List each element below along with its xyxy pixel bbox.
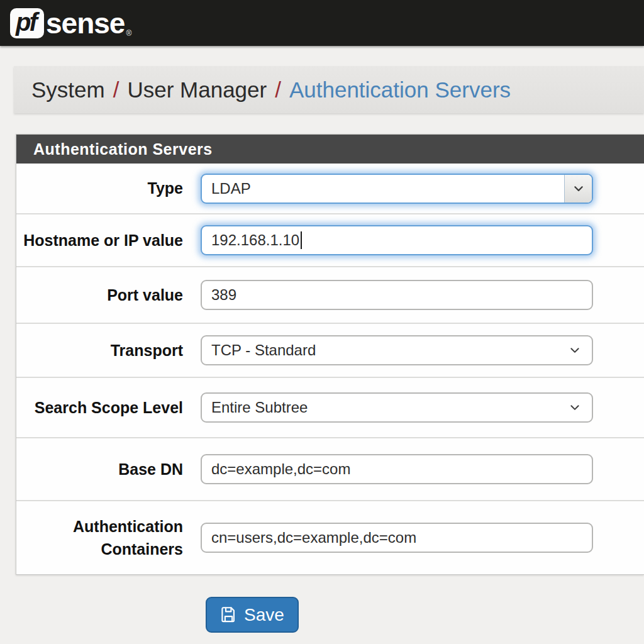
chevron-down-icon	[569, 401, 581, 414]
authentication-containers-label: Authentication Containers	[16, 515, 183, 561]
pfsense-logo[interactable]: pf sense ®	[10, 8, 131, 38]
breadcrumb-separator: /	[113, 77, 119, 103]
top-navbar: pf sense ®	[0, 0, 644, 46]
hostname-input[interactable]: 192.168.1.10	[201, 225, 593, 255]
authentication-servers-panel: Authentication Servers Type LDAP Hostnam…	[16, 134, 644, 575]
search-scope-label: Search Scope Level	[16, 396, 183, 419]
base-dn-input-value: dc=example,dc=com	[211, 460, 350, 478]
save-icon	[220, 606, 237, 623]
hostname-input-value: 192.168.1.10	[211, 231, 299, 249]
form-row-authentication-containers: Authentication Containers cn=users,dc=ex…	[16, 500, 644, 574]
port-input-value: 389	[211, 286, 236, 304]
pfsense-logo-sense: sense	[46, 8, 125, 38]
pfsense-logo-pf: pf	[16, 8, 36, 36]
search-scope-select-value: Entire Subtree	[211, 399, 308, 416]
search-scope-select[interactable]: Entire Subtree	[201, 392, 593, 423]
form-actions: Save	[206, 597, 644, 633]
save-button[interactable]: Save	[206, 597, 299, 633]
save-button-label: Save	[244, 605, 284, 625]
transport-label: Transport	[16, 339, 183, 362]
type-select-value: LDAP	[211, 180, 251, 197]
base-dn-input[interactable]: dc=example,dc=com	[201, 454, 593, 484]
breadcrumb-separator: /	[275, 77, 281, 103]
breadcrumb: System / User Manager / Authentication S…	[14, 66, 644, 113]
authentication-containers-input[interactable]: cn=users,dc=example,dc=com	[201, 523, 593, 553]
chevron-down-icon	[564, 175, 592, 203]
form-row-search-scope: Search Scope Level Entire Subtree	[16, 377, 644, 437]
chevron-down-icon	[569, 344, 581, 357]
form-row-base-dn: Base DN dc=example,dc=com	[16, 437, 644, 500]
form-row-type: Type LDAP	[16, 164, 644, 213]
breadcrumb-user-manager[interactable]: User Manager	[127, 77, 267, 103]
hostname-label: Hostname or IP value	[16, 229, 183, 252]
registered-mark: ®	[126, 28, 131, 38]
breadcrumb-system[interactable]: System	[31, 77, 105, 103]
panel-title: Authentication Servers	[16, 135, 644, 164]
transport-select-value: TCP - Standard	[211, 341, 316, 359]
authentication-containers-input-value: cn=users,dc=example,dc=com	[211, 529, 416, 547]
form-row-hostname: Hostname or IP value 192.168.1.10	[16, 213, 644, 266]
breadcrumb-authentication-servers[interactable]: Authentication Servers	[289, 77, 511, 103]
port-input[interactable]: 389	[201, 280, 593, 310]
form-row-port: Port value 389	[16, 266, 644, 323]
base-dn-label: Base DN	[16, 458, 183, 480]
form-row-transport: Transport TCP - Standard	[16, 323, 644, 377]
pfsense-logo-tile: pf	[10, 8, 44, 38]
transport-select[interactable]: TCP - Standard	[201, 335, 593, 365]
text-cursor	[301, 231, 302, 249]
type-label: Type	[16, 177, 183, 199]
port-label: Port value	[16, 284, 183, 306]
panel-title-text: Authentication Servers	[33, 140, 213, 158]
type-select[interactable]: LDAP	[201, 174, 593, 204]
